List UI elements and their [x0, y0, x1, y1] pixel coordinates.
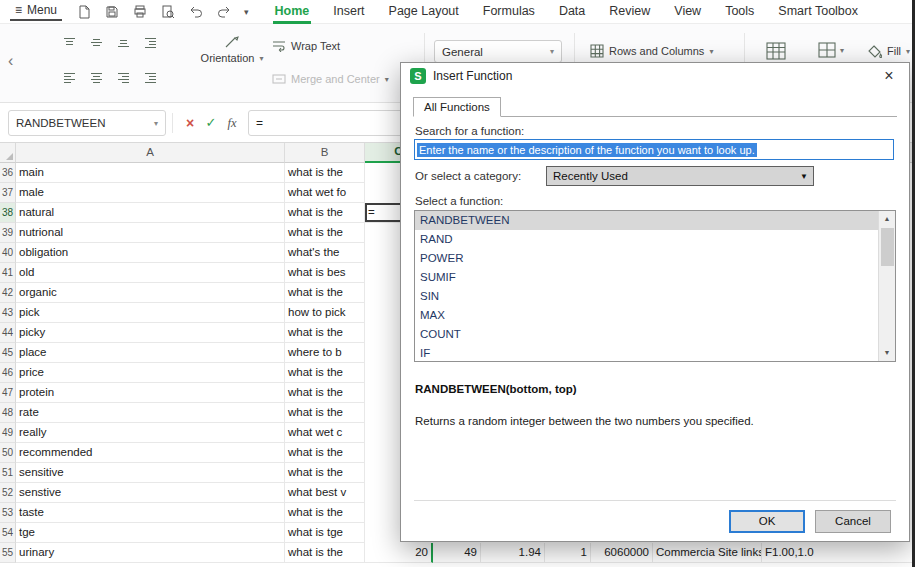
select-all-corner[interactable]	[0, 143, 16, 163]
cell-B44[interactable]: what is the	[285, 323, 365, 343]
scroll-down-icon[interactable]: ▼	[879, 345, 895, 361]
dialog-titlebar[interactable]: S Insert Function ×	[401, 63, 909, 89]
cell-B48[interactable]: what is the	[285, 403, 365, 423]
cell-A55[interactable]: urinary	[16, 543, 285, 563]
scrollbar-thumb[interactable]	[881, 228, 894, 266]
cell-A42[interactable]: organic	[16, 283, 285, 303]
tab-all-functions[interactable]: All Functions	[413, 97, 501, 117]
cell-B45[interactable]: where to b	[285, 343, 365, 363]
merge-center-button[interactable]: Merge and Center ▾	[272, 73, 389, 85]
row-header-55[interactable]: 55	[0, 543, 16, 563]
align-middle-button[interactable]	[90, 35, 103, 53]
cell-B36[interactable]: what is the	[285, 163, 365, 183]
cell-B53[interactable]: what is the	[285, 503, 365, 523]
cell-B39[interactable]: what is the	[285, 223, 365, 243]
row-header-36[interactable]: 36	[0, 163, 16, 183]
row-header-38[interactable]: 38	[0, 203, 16, 223]
cell-B38[interactable]: what is the	[285, 203, 365, 223]
align-top-button[interactable]	[63, 35, 76, 53]
cell-A38[interactable]: natural	[16, 203, 285, 223]
rows-and-columns-button[interactable]: Rows and Columns ▾	[590, 44, 713, 58]
orientation-button[interactable]: Orientation ▾	[192, 34, 272, 64]
menu-button[interactable]: ≡ Menu	[10, 2, 62, 21]
row-header-45[interactable]: 45	[0, 343, 16, 363]
ok-button[interactable]: OK	[729, 510, 805, 533]
tab-view[interactable]: View	[662, 0, 713, 24]
cell-E55[interactable]: 1.94	[481, 543, 545, 563]
align-left-button[interactable]	[63, 70, 76, 88]
function-item-sumif[interactable]: SUMIF	[415, 268, 878, 287]
tab-insert[interactable]: Insert	[321, 0, 376, 24]
function-item-if[interactable]: IF	[415, 344, 878, 361]
align-right-button[interactable]	[117, 70, 130, 88]
function-item-sin[interactable]: SIN	[415, 287, 878, 306]
align-bottom-button[interactable]	[117, 35, 130, 53]
cell-B37[interactable]: what wet fo	[285, 183, 365, 203]
wrap-text-button[interactable]: Wrap Text	[272, 40, 340, 52]
row-header-40[interactable]: 40	[0, 243, 16, 263]
save-button[interactable]	[104, 4, 120, 20]
name-box[interactable]: RANDBETWEEN ▾	[8, 110, 166, 136]
cell-B42[interactable]: what is the	[285, 283, 365, 303]
row-header-50[interactable]: 50	[0, 443, 16, 463]
scrollbar-track[interactable]	[879, 267, 895, 345]
cell-A36[interactable]: main	[16, 163, 285, 183]
cell-B50[interactable]: what is the	[285, 443, 365, 463]
cell-A49[interactable]: really	[16, 423, 285, 443]
row-header-46[interactable]: 46	[0, 363, 16, 383]
cancel-button[interactable]: Cancel	[815, 510, 891, 533]
tab-tools[interactable]: Tools	[713, 0, 766, 24]
cell-G55[interactable]: 6060000	[591, 543, 653, 563]
cell-B41[interactable]: what is bes	[285, 263, 365, 283]
worksheet-button[interactable]	[766, 42, 786, 64]
undo-button[interactable]	[188, 4, 204, 20]
column-header-a[interactable]: A	[16, 143, 285, 163]
row-header-53[interactable]: 53	[0, 503, 16, 523]
cell-D55[interactable]: 49	[433, 543, 481, 563]
tab-data[interactable]: Data	[547, 0, 597, 24]
cell-A39[interactable]: nutrional	[16, 223, 285, 243]
cell-A50[interactable]: recommended	[16, 443, 285, 463]
cancel-entry-button[interactable]: ×	[180, 110, 200, 136]
row-header-39[interactable]: 39	[0, 223, 16, 243]
cell-A40[interactable]: obligation	[16, 243, 285, 263]
tab-review[interactable]: Review	[597, 0, 662, 24]
print-button[interactable]	[132, 4, 148, 20]
cell-I55[interactable]: F1.00,1.0	[762, 543, 915, 563]
cell-A47[interactable]: protein	[16, 383, 285, 403]
new-file-button[interactable]	[76, 4, 92, 20]
cell-B54[interactable]: what is tge	[285, 523, 365, 543]
function-item-count[interactable]: COUNT	[415, 325, 878, 344]
function-list-scrollbar[interactable]: ▲ ▼	[878, 211, 895, 361]
cell-A52[interactable]: senstive	[16, 483, 285, 503]
row-header-41[interactable]: 41	[0, 263, 16, 283]
increase-indent-button[interactable]	[144, 70, 157, 88]
scroll-up-icon[interactable]: ▲	[879, 211, 895, 227]
cell-F55[interactable]: 1	[545, 543, 591, 563]
row-header-47[interactable]: 47	[0, 383, 16, 403]
cell-B49[interactable]: what wet c	[285, 423, 365, 443]
cell-A51[interactable]: sensitive	[16, 463, 285, 483]
cell-A41[interactable]: old	[16, 263, 285, 283]
row-header-52[interactable]: 52	[0, 483, 16, 503]
cell-format-button[interactable]: ▾	[818, 42, 844, 58]
number-format-dropdown[interactable]: General ▾	[434, 40, 562, 63]
cell-H55[interactable]: Commercia Site links,	[653, 543, 762, 563]
confirm-entry-button[interactable]: ✓	[201, 110, 221, 136]
cell-B43[interactable]: how to pick	[285, 303, 365, 323]
category-dropdown[interactable]: Recently Used ▼	[546, 166, 814, 186]
cell-B51[interactable]: what is the	[285, 463, 365, 483]
row-header-44[interactable]: 44	[0, 323, 16, 343]
function-search-input[interactable]: Enter the name or the description of the…	[414, 139, 894, 160]
cell-A45[interactable]: place	[16, 343, 285, 363]
cell-A54[interactable]: tge	[16, 523, 285, 543]
close-icon[interactable]: ×	[878, 67, 900, 85]
column-header-b[interactable]: B	[285, 143, 365, 163]
cell-C55[interactable]: 20	[365, 543, 433, 563]
cell-A46[interactable]: price	[16, 363, 285, 383]
function-item-power[interactable]: POWER	[415, 249, 878, 268]
quick-access-more-button[interactable]: ▾	[244, 7, 249, 17]
decrease-indent-button[interactable]	[144, 35, 157, 53]
tab-smart-toolbox[interactable]: Smart Toolbox	[766, 0, 870, 24]
cell-A43[interactable]: pick	[16, 303, 285, 323]
